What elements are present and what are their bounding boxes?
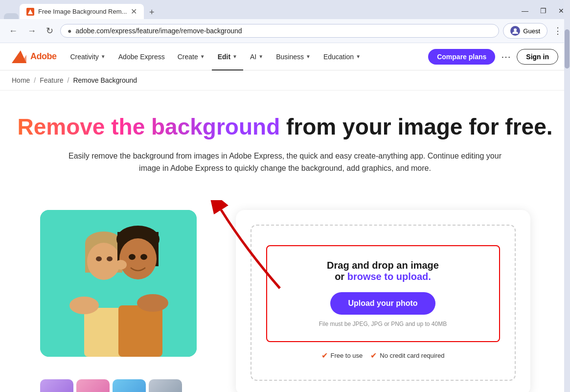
no-credit-badge: ✔ No credit card required [370,351,444,360]
reload-button[interactable]: ↻ [43,23,56,38]
breadcrumb-current: Remove Background [73,76,137,84]
lock-icon: ● [68,27,71,35]
hero-title: Remove the background from your image fo… [12,114,558,140]
breadcrumb-feature[interactable]: Feature [40,76,63,84]
svg-point-8 [87,243,120,280]
breadcrumb-sep-1: / [34,76,36,84]
browser-toolbar: ← → ↻ ● adobe.com/express/feature/image/… [0,19,570,43]
guest-avatar [510,26,520,36]
nav-items: Creativity ▼ Adobe Express Create ▼ Edit… [65,43,429,70]
window-controls: — ❐ ✕ [520,5,566,17]
nav-creativity-chevron: ▼ [101,54,106,59]
preview-image [40,210,197,357]
nav-item-create[interactable]: Create ▼ [172,43,211,70]
browser-chrome: Free Image Background Rem... ✕ + — ❐ ✕ [0,0,570,19]
thumbnail-4[interactable] [149,379,182,392]
back-button[interactable]: ← [6,24,21,38]
svg-point-21 [115,260,127,270]
svg-point-16 [140,254,147,260]
thumbnail-1[interactable] [40,379,73,392]
free-badge: ✔ Free to use [321,351,363,360]
nav-creativity-label: Creativity [70,53,99,61]
upload-photo-button[interactable]: Upload your photo [330,292,435,315]
browser-tab-inactive[interactable] [4,13,19,19]
nav-edit-label: Edit [218,53,230,61]
browser-tab-active[interactable]: Free Image Background Rem... ✕ [20,4,144,19]
svg-point-1 [514,28,517,31]
nav-ai-chevron: ▼ [258,54,263,59]
drag-drop-line2: or [335,271,347,282]
nav-edit-chevron: ▼ [232,54,237,59]
hero-title-gradient: Remove the background [17,114,280,139]
nav-create-label: Create [178,53,198,61]
svg-rect-17 [84,308,123,357]
guest-label: Guest [523,27,540,35]
apps-grid-icon[interactable]: ⋯ [501,51,511,63]
nav-right: Compare plans ⋯ Sign in [428,49,558,65]
thumbnail-2[interactable] [76,379,110,392]
hero-subtitle: Easily remove the background from images… [65,150,505,175]
nav-item-edit[interactable]: Edit ▼ [212,43,243,70]
svg-point-15 [129,254,136,260]
tab-favicon [26,8,34,16]
breadcrumb: Home / Feature / Remove Background [0,70,570,91]
svg-point-13 [96,256,102,261]
preview-photo [40,210,197,357]
breadcrumb-sep-2: / [68,76,69,84]
no-credit-check-icon: ✔ [370,351,377,360]
new-tab-button[interactable]: + [145,5,159,19]
svg-point-14 [107,256,113,261]
free-badge-text: Free to use [331,352,363,359]
page-content: Adobe Creativity ▼ Adobe Express Create … [0,43,570,392]
nav-create-chevron: ▼ [200,54,205,59]
nav-business-chevron: ▼ [306,54,311,59]
nav-item-education[interactable]: Education ▼ [318,43,366,70]
address-text: adobe.com/express/feature/image/remove-b… [75,27,492,35]
thumbnail-3[interactable] [113,379,146,392]
nav-adobeexpress-label: Adobe Express [118,53,165,61]
browser-scrollbar[interactable] [564,0,570,392]
nav-item-adobeexpress[interactable]: Adobe Express [113,43,171,70]
nav-ai-label: AI [250,53,256,61]
main-nav: Adobe Creativity ▼ Adobe Express Create … [0,43,570,70]
hero-title-rest: from your image for free. [280,114,552,139]
adobe-logo-icon [12,50,26,63]
browse-link[interactable]: browse to upload. [347,271,431,282]
breadcrumb-home[interactable]: Home [12,76,30,84]
upload-section: ☞ [28,210,542,392]
red-arrow [206,200,295,293]
svg-rect-18 [118,305,162,357]
close-tab-button[interactable]: ✕ [131,7,137,16]
nav-item-business[interactable]: Business ▼ [270,43,317,70]
image-preview: ☞ [40,210,206,392]
forward-button[interactable]: → [24,24,39,38]
svg-point-12 [119,238,157,279]
scrollbar-thumb[interactable] [565,29,570,69]
thumbnail-strip [40,379,206,392]
nav-business-label: Business [276,53,304,61]
upload-area: Drag and drop an image or browse to uplo… [236,210,530,392]
drag-drop-line1: Drag and drop an image [327,260,439,271]
nav-education-chevron: ▼ [356,54,361,59]
sign-in-button[interactable]: Sign in [517,49,558,65]
svg-marker-0 [28,9,33,14]
drag-drop-text: Drag and drop an image or browse to uplo… [279,260,487,282]
no-credit-badge-text: No credit card required [380,352,444,359]
browser-menu-button[interactable]: ⋮ [551,23,564,38]
upload-inner-box[interactable]: Drag and drop an image or browse to uplo… [266,245,500,342]
minimize-button[interactable]: — [520,5,530,17]
address-bar[interactable]: ● adobe.com/express/feature/image/remove… [60,24,499,38]
svg-point-20 [137,294,168,312]
maximize-button[interactable]: ❐ [538,5,548,17]
nav-item-creativity[interactable]: Creativity ▼ [65,43,112,70]
nav-item-ai[interactable]: AI ▼ [244,43,269,70]
svg-point-19 [69,297,99,314]
guest-button[interactable]: Guest [503,23,547,39]
compare-plans-button[interactable]: Compare plans [428,49,495,65]
trust-badges: ✔ Free to use ✔ No credit card required [266,351,500,360]
nav-education-label: Education [323,53,354,61]
tab-title: Free Image Background Rem... [38,8,127,15]
hero-section: Remove the background from your image fo… [0,91,570,210]
free-check-icon: ✔ [321,351,328,360]
adobe-logo[interactable]: Adobe [12,50,57,63]
